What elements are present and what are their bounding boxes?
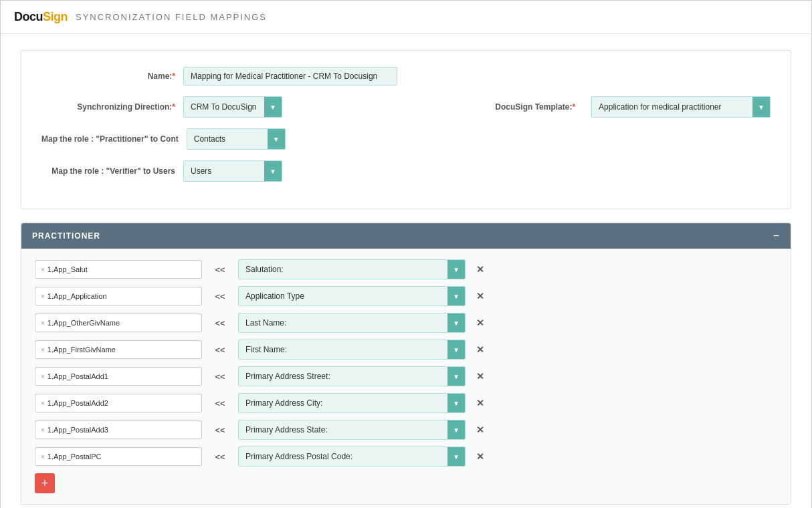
map-verifier-arrow[interactable]: ▼ [264, 161, 282, 181]
map-practitioner-select-wrapper: Contacts ▼ [187, 128, 286, 150]
target-arrow-8[interactable]: ▼ [447, 447, 465, 466]
practitioner-source-5: × 1.App_PostalAdd1 [35, 367, 202, 386]
remove-btn-6[interactable]: ✕ [476, 398, 484, 408]
practitioner-mapping-6: × 1.App_PostalAdd2 << Primary Address Ci… [35, 393, 777, 413]
target-select-5[interactable]: Primary Address Street: [239, 368, 447, 384]
remove-btn-7[interactable]: ✕ [476, 424, 484, 435]
docusign-template-arrow[interactable]: ▼ [752, 97, 770, 117]
main-content: Name:* Synchronizing Direction:* CRM To … [1, 34, 811, 508]
practitioner-mapping-8: × 1.App_PostalPC << Primary Address Post… [35, 447, 777, 467]
remove-btn-3[interactable]: ✕ [476, 318, 484, 328]
target-arrow-5[interactable]: ▼ [447, 367, 465, 386]
target-arrow-3[interactable]: ▼ [447, 313, 465, 332]
target-select-wrapper-1: Salutation: ▼ [238, 259, 466, 279]
top-form: Name:* Synchronizing Direction:* CRM To … [21, 50, 791, 209]
practitioner-source-7: × 1.App_PostalAdd3 [35, 420, 202, 439]
map-verifier-select-wrapper: Users ▼ [183, 160, 282, 182]
practitioner-section: PRACTITIONER − × 1.App_Salut << Salutati… [21, 223, 791, 505]
remove-btn-5[interactable]: ✕ [476, 371, 484, 382]
remove-btn-4[interactable]: ✕ [476, 344, 484, 355]
target-select-6[interactable]: Primary Address City: [239, 395, 447, 411]
practitioner-header: PRACTITIONER − [21, 223, 791, 249]
practitioner-mapping-3: × 1.App_OtherGivName << Last Name: ▼ ✕ [35, 313, 777, 333]
target-select-1[interactable]: Salutation: [239, 261, 447, 277]
map-practitioner-select[interactable]: Contacts [187, 130, 268, 148]
target-select-8[interactable]: Primary Address Postal Code: [239, 449, 447, 465]
map-verifier-select[interactable]: Users [184, 162, 264, 180]
practitioner-add-btn[interactable]: + [35, 473, 55, 493]
practitioner-source-4: × 1.App_FirstGivName [35, 340, 202, 359]
arrow-8: << [210, 452, 230, 462]
practitioner-mapping-1: × 1.App_Salut << Salutation: ▼ ✕ [35, 259, 777, 279]
practitioner-source-3: × 1.App_OtherGivName [35, 313, 202, 332]
arrow-3: << [210, 318, 230, 328]
target-select-wrapper-3: Last Name: ▼ [238, 313, 466, 333]
practitioner-mapping-2: × 1.App_Application << Application Type … [35, 286, 777, 306]
target-arrow-4[interactable]: ▼ [447, 340, 465, 359]
arrow-6: << [210, 398, 230, 408]
name-row: Name:* [41, 67, 771, 86]
arrow-7: << [210, 425, 230, 435]
target-select-wrapper-8: Primary Address Postal Code: ▼ [238, 447, 466, 467]
target-select-wrapper-6: Primary Address City: ▼ [238, 393, 466, 413]
sync-direction-label: Synchronizing Direction:* [41, 102, 175, 112]
sync-direction-select-wrapper: CRM To DocuSign DocuSign To CRM ▼ [183, 96, 282, 118]
map-practitioner-label: Map the role : "Practitioner" to Cont [41, 134, 179, 144]
target-select-wrapper-4: First Name: ▼ [238, 340, 466, 360]
practitioner-title: PRACTITIONER [32, 231, 100, 241]
practitioner-source-1: × 1.App_Salut [35, 260, 202, 279]
target-select-4[interactable]: First Name: [239, 342, 447, 358]
target-arrow-1[interactable]: ▼ [447, 260, 465, 279]
sync-direction-select[interactable]: CRM To DocuSign DocuSign To CRM [184, 98, 264, 116]
sync-template-row: Synchronizing Direction:* CRM To DocuSig… [41, 96, 771, 118]
practitioner-mapping-5: × 1.App_PostalAdd1 << Primary Address St… [35, 366, 777, 386]
target-select-3[interactable]: Last Name: [239, 315, 447, 331]
target-arrow-6[interactable]: ▼ [447, 394, 465, 412]
docusign-template-wrapper: ▼ [591, 96, 771, 118]
arrow-2: << [210, 291, 230, 301]
target-select-2[interactable]: Application Type [239, 288, 447, 304]
map-practitioner-row: Map the role : "Practitioner" to Cont Co… [41, 128, 771, 150]
arrow-5: << [210, 372, 230, 382]
practitioner-collapse-btn[interactable]: − [773, 230, 780, 242]
target-arrow-7[interactable]: ▼ [447, 420, 465, 439]
target-select-wrapper-7: Primary Address State: ▼ [238, 420, 466, 440]
map-verifier-row: Map the role : "Verifier" to Users Users… [41, 160, 771, 182]
remove-btn-1[interactable]: ✕ [476, 264, 484, 275]
name-label: Name:* [41, 72, 175, 81]
target-select-7[interactable]: Primary Address State: [239, 422, 447, 438]
sync-direction-arrow[interactable]: ▼ [264, 97, 282, 117]
practitioner-mapping-7: × 1.App_PostalAdd3 << Primary Address St… [35, 420, 777, 440]
target-arrow-2[interactable]: ▼ [447, 287, 465, 305]
target-select-wrapper-2: Application Type ▼ [238, 286, 466, 306]
app-header: DocuSign SYNCRONIZATION FIELD MAPPINGS [1, 1, 811, 34]
target-select-wrapper-5: Primary Address Street: ▼ [238, 366, 466, 386]
practitioner-mapping-4: × 1.App_FirstGivName << First Name: ▼ ✕ [35, 340, 777, 360]
arrow-4: << [210, 345, 230, 355]
map-practitioner-arrow[interactable]: ▼ [268, 129, 285, 149]
practitioner-body: × 1.App_Salut << Salutation: ▼ ✕ × 1.App… [21, 249, 791, 504]
docusign-template-label: DocuSign Template:* [495, 102, 575, 112]
docusign-logo: DocuSign [14, 10, 68, 24]
remove-btn-8[interactable]: ✕ [476, 451, 484, 462]
practitioner-source-2: × 1.App_Application [35, 287, 202, 305]
practitioner-source-8: × 1.App_PostalPC [35, 447, 202, 466]
name-input[interactable] [183, 67, 397, 86]
arrow-1: << [210, 265, 230, 275]
practitioner-source-6: × 1.App_PostalAdd2 [35, 394, 202, 412]
page-title: SYNCRONIZATION FIELD MAPPINGS [76, 12, 267, 22]
map-verifier-label: Map the role : "Verifier" to Users [41, 166, 175, 176]
remove-btn-2[interactable]: ✕ [476, 291, 484, 301]
docusign-template-input[interactable] [592, 98, 752, 116]
